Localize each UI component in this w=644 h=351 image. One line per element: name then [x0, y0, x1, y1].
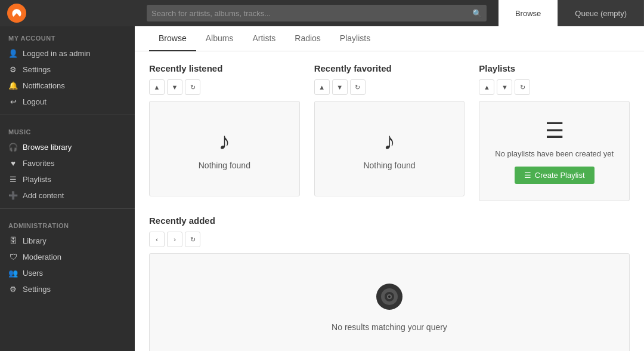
playlists-next[interactable]: ▼: [497, 79, 512, 95]
view-tab-buttons: Browse Queue (empty): [499, 0, 644, 26]
tab-radios[interactable]: Radios: [285, 26, 330, 51]
notifications-icon: 🔔: [8, 81, 18, 90]
settings-icon: ⚙: [8, 65, 18, 74]
sidebar-item-logout[interactable]: ↩ Logout: [0, 94, 135, 110]
playlist-list-icon: ☰: [545, 118, 564, 143]
recently-favorited-prev[interactable]: ▲: [314, 79, 330, 95]
playlists-icon: ☰: [8, 175, 18, 184]
playlists-section: Playlists ▲ ▼ ↻ ☰ No playlists have been…: [479, 63, 630, 201]
recently-added-empty-text: No results matching your query: [332, 322, 447, 332]
library-icon: 🗄: [8, 236, 18, 245]
playlists-prev[interactable]: ▲: [479, 79, 494, 95]
create-playlist-button[interactable]: ☰ Create Playlist: [515, 167, 595, 184]
sidebar-item-settings[interactable]: ⚙ Settings: [0, 61, 135, 78]
sidebar-item-logged-in: 👤 Logged in as admin: [0, 45, 135, 61]
recently-favorited-empty-card: ♪ Nothing found: [314, 101, 465, 196]
content-area: Browse Albums Artists Radios Playlists R…: [135, 26, 644, 351]
search-icon: 🔍: [472, 9, 482, 18]
nav-tabs: Browse Albums Artists Radios Playlists: [135, 26, 644, 51]
settings-label: Settings: [23, 65, 51, 74]
favorites-icon: ♥: [8, 159, 18, 168]
vinyl-icon: [375, 282, 404, 316]
library-label: Library: [23, 236, 47, 245]
main-layout: My account 👤 Logged in as admin ⚙ Settin…: [0, 26, 644, 351]
playlists-label: Playlists: [23, 175, 51, 184]
browse-library-icon: 🎧: [8, 143, 18, 152]
sidebar-item-notifications[interactable]: 🔔 Notifications: [0, 78, 135, 94]
browse-content: Recently listened ▲ ▼ ↻ ♪ Nothing found …: [135, 51, 644, 351]
tab-playlists[interactable]: Playlists: [330, 26, 380, 51]
admin-settings-icon: ⚙: [8, 285, 18, 294]
add-content-label: Add content: [23, 191, 64, 200]
no-playlists-text: No playlists have been created yet: [495, 149, 614, 158]
users-icon: 👥: [8, 269, 18, 278]
recently-added-section: Recently added ‹ › ↻: [149, 215, 630, 351]
logged-in-label: Logged in as admin: [23, 49, 90, 58]
logout-label: Logout: [23, 97, 47, 106]
recently-listened-next[interactable]: ▼: [167, 79, 182, 95]
create-playlist-label: Create Playlist: [535, 171, 585, 180]
recently-favorited-empty-text: Nothing found: [363, 161, 415, 170]
topbar: 🔍 Browse Queue (empty): [0, 0, 644, 26]
app-logo[interactable]: [7, 4, 26, 23]
music-note-icon-1: ♪: [218, 128, 230, 155]
notifications-label: Notifications: [23, 81, 65, 90]
recently-added-prev[interactable]: ‹: [149, 232, 165, 247]
admin-settings-label: Settings: [23, 285, 51, 294]
svg-point-4: [388, 295, 391, 298]
sidebar-divider-2: [0, 208, 135, 209]
recently-favorited-section: Recently favorited ▲ ▼ ↻ ♪ Nothing found: [314, 63, 465, 201]
recently-listened-empty-card: ♪ Nothing found: [149, 101, 300, 196]
user-icon: 👤: [8, 49, 18, 58]
recently-favorited-refresh[interactable]: ↻: [350, 79, 366, 95]
playlists-controls: ▲ ▼ ↻: [479, 79, 630, 95]
recently-listened-controls: ▲ ▼ ↻: [149, 79, 300, 95]
sidebar-item-favorites[interactable]: ♥ Favorites: [0, 155, 135, 171]
my-account-section-label: My account: [0, 26, 135, 45]
music-note-icon-2: ♪: [383, 128, 395, 155]
top-sections-row: Recently listened ▲ ▼ ↻ ♪ Nothing found …: [149, 63, 630, 201]
administration-section-label: Administration: [0, 214, 135, 233]
sidebar-item-library[interactable]: 🗄 Library: [0, 233, 135, 249]
recently-favorited-controls: ▲ ▼ ↻: [314, 79, 465, 95]
queue-tab-button[interactable]: Queue (empty): [558, 0, 644, 26]
recently-listened-empty-text: Nothing found: [199, 161, 250, 170]
recently-listened-refresh[interactable]: ↻: [185, 79, 200, 95]
moderation-icon: 🛡: [8, 253, 18, 261]
recently-favorited-next[interactable]: ▼: [332, 79, 348, 95]
moderation-label: Moderation: [23, 253, 61, 261]
sidebar-item-users[interactable]: 👥 Users: [0, 265, 135, 281]
recently-favorited-title: Recently favorited: [314, 63, 465, 73]
tab-browse[interactable]: Browse: [149, 26, 196, 51]
logo-area: [0, 4, 135, 23]
recently-added-empty-card: No results matching your query: [149, 253, 630, 351]
recently-added-controls: ‹ › ↻: [149, 232, 630, 247]
recently-listened-section: Recently listened ▲ ▼ ↻ ♪ Nothing found: [149, 63, 300, 201]
sidebar: My account 👤 Logged in as admin ⚙ Settin…: [0, 26, 135, 351]
recently-added-title: Recently added: [149, 215, 630, 226]
playlists-refresh[interactable]: ↻: [515, 79, 530, 95]
recently-added-next[interactable]: ›: [167, 232, 182, 247]
tab-artists[interactable]: Artists: [243, 26, 285, 51]
logout-icon: ↩: [8, 97, 18, 106]
sidebar-item-add-content[interactable]: ➕ Add content: [0, 187, 135, 204]
search-input[interactable]: [151, 9, 472, 18]
search-bar[interactable]: 🔍: [147, 5, 487, 21]
favorites-label: Favorites: [23, 159, 54, 168]
add-content-icon: ➕: [8, 191, 18, 200]
sidebar-item-playlists[interactable]: ☰ Playlists: [0, 171, 135, 187]
create-playlist-icon: ☰: [524, 171, 531, 180]
browse-tab-button[interactable]: Browse: [499, 0, 558, 26]
tab-albums[interactable]: Albums: [196, 26, 243, 51]
users-label: Users: [23, 269, 43, 278]
sidebar-item-moderation[interactable]: 🛡 Moderation: [0, 249, 135, 265]
playlists-section-title: Playlists: [479, 63, 630, 73]
sidebar-item-browse-library[interactable]: 🎧 Browse library: [0, 139, 135, 155]
recently-added-refresh[interactable]: ↻: [185, 232, 200, 247]
sidebar-divider-1: [0, 115, 135, 115]
browse-library-label: Browse library: [23, 143, 72, 152]
recently-listened-prev[interactable]: ▲: [149, 79, 165, 95]
recently-listened-title: Recently listened: [149, 63, 300, 73]
playlists-empty-card: ☰ No playlists have been created yet ☰ C…: [479, 101, 630, 201]
sidebar-item-admin-settings[interactable]: ⚙ Settings: [0, 281, 135, 297]
